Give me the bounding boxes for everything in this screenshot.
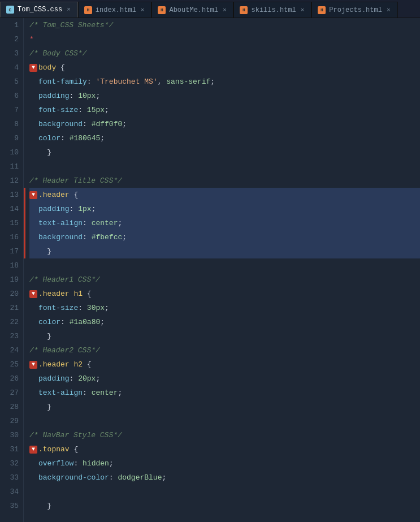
tab-projects-html[interactable]: HProjects.html× (311, 2, 397, 18)
line-number-8: 8 (5, 117, 19, 131)
fold-button-20[interactable]: ▼ (29, 290, 37, 298)
tab-label-index-html: index.html (96, 6, 136, 14)
fold-button-31[interactable]: ▼ (29, 446, 37, 454)
token: ; (210, 75, 215, 89)
token: text-align (38, 386, 83, 400)
code-line-23: } (29, 329, 420, 343)
line-number-3: 3 (5, 46, 19, 61)
token: /* Header2 CSS*/ (29, 343, 100, 357)
token: /* Body CSS*/ (29, 46, 86, 61)
token: : (60, 315, 70, 329)
line-number-15: 15 (5, 216, 19, 230)
token: ; (96, 372, 100, 386)
line-number-18: 18 (5, 258, 19, 273)
code-line-34 (29, 485, 420, 499)
block-indicator-17 (24, 244, 25, 258)
token: /* Header1 CSS*/ (29, 273, 100, 287)
code-line-9: color: #180645; (29, 131, 420, 145)
line-number-31: 31 (5, 442, 19, 456)
code-line-26: padding: 20px; (29, 372, 420, 386)
code-line-22: color: #1a0a80; (29, 315, 420, 329)
token: ; (122, 117, 127, 131)
token: . (38, 287, 43, 301)
tab-tom-css[interactable]: CTom_CSS.css× (0, 2, 78, 18)
line-number-10: 10 (5, 145, 19, 159)
line-number-35: 35 (5, 499, 19, 513)
token: color (38, 131, 60, 145)
line-number-4: 4 (5, 61, 19, 75)
code-line-35: } (29, 499, 420, 513)
token: : (83, 216, 92, 230)
fold-button-4[interactable]: ▼ (29, 64, 37, 72)
line-number-23: 23 (5, 329, 19, 343)
line-number-13: 13 (5, 188, 19, 202)
line-number-22: 22 (5, 315, 19, 329)
fold-button-13[interactable]: ▼ (29, 191, 37, 199)
tab-close-projects-html[interactable]: × (386, 6, 392, 14)
tab-icon-tom-css: C (6, 6, 14, 14)
token: } (29, 145, 51, 159)
line-number-21: 21 (5, 301, 19, 315)
code-line-17: } (29, 244, 420, 258)
code-line-30: /* NavBar Style CSS*/ (29, 428, 420, 442)
token (83, 287, 87, 301)
tab-aboutme-html[interactable]: HAboutMe.html× (151, 2, 233, 18)
line-number-28: 28 (5, 400, 19, 414)
line-number-26: 26 (5, 372, 19, 386)
token: 'Trebuchet MS' (96, 75, 157, 89)
token: { (87, 287, 92, 301)
token: #fbefcc (92, 230, 123, 244)
line-numbers: 1234567891011121314151617181920212223242… (0, 18, 24, 522)
code-line-15: text-align: center; (29, 216, 420, 230)
token: : (78, 301, 87, 315)
token: 15px (87, 103, 105, 117)
token: . (38, 357, 43, 372)
token: : (60, 131, 70, 145)
token: { (73, 442, 78, 456)
token: /* Header Title CSS*/ (29, 174, 122, 188)
code-line-28: } (29, 400, 420, 414)
code-line-12: /* Header Title CSS*/ (29, 174, 420, 188)
line-number-2: 2 (5, 32, 19, 46)
code-line-24: /* Header2 CSS*/ (29, 343, 420, 357)
token: background (38, 117, 83, 131)
code-line-6: padding: 10px; (29, 89, 420, 103)
line-number-33: 33 (5, 471, 19, 485)
token (56, 61, 60, 75)
tab-skills-html[interactable]: Hskills.html× (233, 2, 311, 18)
line-number-30: 30 (5, 428, 19, 442)
code-line-25: ▼.header h2 { (29, 357, 420, 372)
tab-icon-index-html: H (84, 6, 92, 14)
token: ; (105, 301, 109, 315)
tab-close-aboutme-html[interactable]: × (222, 6, 228, 14)
token: center (92, 216, 118, 230)
token: . (38, 442, 43, 456)
code-line-20: ▼.header h1 { (29, 287, 420, 301)
tab-label-tom-css: Tom_CSS.css (18, 6, 62, 14)
tab-index-html[interactable]: Hindex.html× (78, 2, 152, 18)
token: } (29, 400, 51, 414)
code-line-2: * (29, 32, 420, 46)
fold-button-25[interactable]: ▼ (29, 361, 37, 369)
token: #180645 (70, 131, 101, 145)
line-number-9: 9 (5, 131, 19, 145)
token (70, 188, 74, 202)
token: font-size (38, 301, 78, 315)
token: ; (162, 471, 166, 485)
token: . (38, 188, 43, 202)
token: } (29, 329, 51, 343)
token: dodgerBlue (118, 471, 162, 485)
line-number-24: 24 (5, 343, 19, 357)
token: ; (109, 456, 114, 471)
tab-label-skills-html: skills.html (251, 6, 296, 14)
tab-close-index-html[interactable]: × (140, 6, 146, 14)
code-line-27: text-align: center; (29, 386, 420, 400)
code-line-14: padding: 1px; (29, 202, 420, 216)
block-indicator-15 (24, 216, 25, 230)
tab-close-skills-html[interactable]: × (300, 6, 306, 14)
tab-close-tom-css[interactable]: × (66, 6, 72, 14)
token (70, 442, 74, 456)
code-line-7: font-size: 15px; (29, 103, 420, 117)
token: overflow (38, 456, 73, 471)
token: center (92, 386, 118, 400)
